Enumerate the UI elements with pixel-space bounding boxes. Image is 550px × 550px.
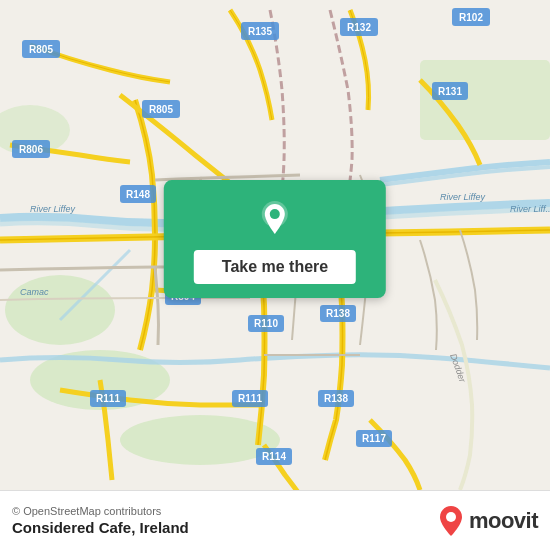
svg-point-1 — [5, 275, 115, 345]
svg-text:R114: R114 — [262, 451, 286, 462]
svg-text:R138: R138 — [326, 308, 350, 319]
svg-text:River Liffey: River Liffey — [30, 204, 76, 214]
svg-text:R806: R806 — [19, 144, 43, 155]
svg-text:Camac: Camac — [20, 287, 49, 297]
svg-text:River Liff...: River Liff... — [510, 204, 550, 214]
svg-text:R111: R111 — [238, 393, 262, 404]
svg-text:R138: R138 — [324, 393, 348, 404]
svg-text:R805: R805 — [29, 44, 53, 55]
svg-text:R102: R102 — [459, 12, 483, 23]
location-label: Considered Cafe, Ireland — [12, 519, 189, 536]
svg-text:R131: R131 — [438, 86, 462, 97]
svg-text:R135: R135 — [248, 26, 272, 37]
copyright-text: © OpenStreetMap contributors — [12, 505, 189, 517]
map-container: R102 R805 R135 R132 R131 R806 R805 R148 … — [0, 0, 550, 490]
svg-text:River Liffey: River Liffey — [440, 192, 486, 202]
svg-text:R132: R132 — [347, 22, 371, 33]
svg-text:R805: R805 — [149, 104, 173, 115]
location-info: © OpenStreetMap contributors Considered … — [12, 505, 189, 536]
moovit-brand-text: moovit — [469, 508, 538, 534]
svg-text:R148: R148 — [126, 189, 150, 200]
svg-point-44 — [270, 209, 280, 219]
take-me-there-button[interactable]: Take me there — [194, 250, 356, 284]
navigation-card[interactable]: Take me there — [164, 180, 386, 298]
svg-text:R117: R117 — [362, 433, 386, 444]
svg-text:R110: R110 — [254, 318, 278, 329]
svg-text:R111: R111 — [96, 393, 120, 404]
location-pin-icon — [253, 198, 297, 242]
navigation-overlay: Take me there — [164, 180, 386, 298]
moovit-logo[interactable]: moovit — [437, 504, 538, 538]
bottom-bar: © OpenStreetMap contributors Considered … — [0, 490, 550, 550]
svg-point-45 — [446, 512, 456, 522]
moovit-pin-icon — [437, 504, 465, 538]
